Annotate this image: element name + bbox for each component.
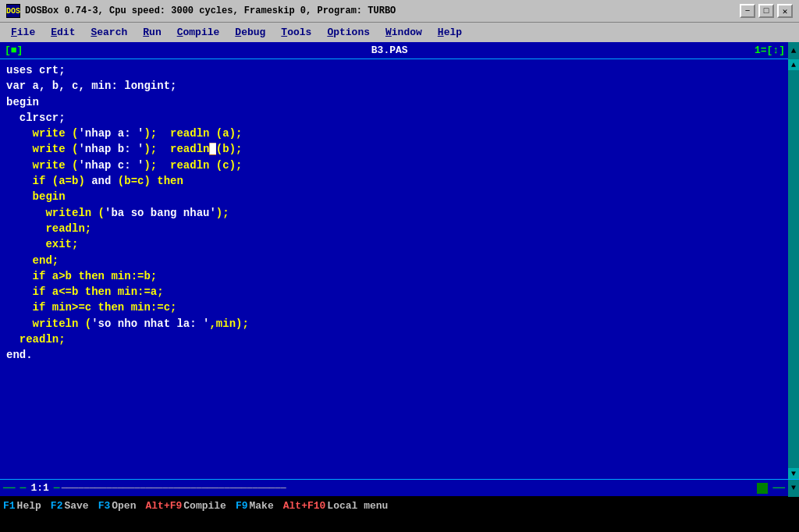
scrollbar-down-arrow[interactable]: ▼ bbox=[788, 468, 799, 479]
code-line-7: write ('nhap c: '); readln (c); bbox=[6, 159, 242, 172]
dosbox-icon: DOS bbox=[6, 4, 20, 18]
function-key-bar: F1 Help F2 Save F3 Open Alt+F9 Compile F… bbox=[0, 496, 799, 515]
fkey-altf10[interactable]: Alt+F10 Local menu bbox=[283, 500, 389, 512]
code-line-17: writeln ('so nho nhat la: ',min); bbox=[6, 317, 249, 330]
menu-compile[interactable]: Compile bbox=[169, 25, 228, 40]
fkey-f1[interactable]: F1 Help bbox=[3, 500, 41, 512]
fkey-f2[interactable]: F2 Save bbox=[51, 500, 89, 512]
titlebar-left: DOS DOSBox 0.74-3, Cpu speed: 3000 cycle… bbox=[6, 4, 396, 18]
statusbar-hscroll-track: ──────────────────────────────────────── bbox=[62, 483, 758, 494]
menu-window[interactable]: Window bbox=[378, 25, 430, 40]
hscroll-line: ──────────────────────────────────────── bbox=[62, 483, 286, 494]
menu-help[interactable]: Help bbox=[430, 25, 470, 40]
titlebar-controls: − □ ✕ bbox=[740, 4, 793, 18]
restore-button[interactable]: □ bbox=[758, 4, 774, 18]
titlebar-title: DOSBox 0.74-3, Cpu speed: 3000 cycles, F… bbox=[25, 5, 396, 16]
code-line-3: begin bbox=[6, 96, 39, 108]
code-line-2: var a, b, c, min: longint; bbox=[6, 80, 176, 92]
scrollbar-right-bottom-status[interactable]: ▼ bbox=[788, 480, 799, 497]
statusbar-position: 1:1 bbox=[27, 482, 51, 494]
menu-debug[interactable]: Debug bbox=[227, 25, 273, 40]
code-line-1: uses crt; bbox=[6, 64, 66, 76]
statusbar-line-left: ── bbox=[0, 482, 19, 494]
minimize-button[interactable]: − bbox=[740, 4, 755, 18]
fkey-f3[interactable]: F3 Open bbox=[98, 500, 137, 512]
statusbar: ── ─ 1:1 ─ ─────────────────────────────… bbox=[0, 479, 799, 496]
menu-file[interactable]: File bbox=[3, 25, 43, 40]
code-line-16: if min>=c then min:=c; bbox=[6, 301, 176, 314]
menu-tools[interactable]: Tools bbox=[273, 25, 319, 40]
scrollbar-up-button[interactable]: ▲ bbox=[788, 42, 799, 59]
statusbar-separator-left: ─ bbox=[19, 482, 28, 494]
menu-options[interactable]: Options bbox=[319, 25, 378, 40]
editor-wrapper: [■] B3.PAS 1=[↕] ▲ uses crt; var a, b, c… bbox=[0, 42, 799, 496]
code-editor[interactable]: uses crt; var a, b, c, min: longint; beg… bbox=[0, 59, 788, 479]
editor-filename: B3.PAS bbox=[27, 44, 751, 56]
code-line-9: begin bbox=[6, 190, 66, 203]
code-line-19: end. bbox=[6, 349, 33, 361]
code-line-5: write ('nhap a: '); readln (a); bbox=[6, 127, 242, 140]
code-line-8: if (a=b) and (b=c) then bbox=[6, 175, 183, 187]
code-line-11: readln; bbox=[6, 222, 91, 235]
menu-run[interactable]: Run bbox=[135, 25, 169, 40]
code-line-10: writeln ('ba so bang nhau'); bbox=[6, 207, 229, 219]
close-button[interactable]: ✕ bbox=[777, 4, 793, 18]
hscroll-thumb[interactable] bbox=[757, 483, 768, 494]
code-line-12: exit; bbox=[6, 238, 78, 250]
statusbar-separator-right: ─ bbox=[52, 482, 62, 494]
code-line-18: readln; bbox=[6, 333, 66, 346]
code-line-6: write ('nhap b: '); readln█(b); bbox=[6, 143, 242, 155]
scrollbar-up-arrow[interactable]: ▲ bbox=[788, 59, 799, 70]
fkey-f9[interactable]: F9 Make bbox=[236, 500, 274, 512]
menu-search[interactable]: Search bbox=[83, 25, 135, 40]
titlebar: DOS DOSBox 0.74-3, Cpu speed: 3000 cycle… bbox=[0, 0, 799, 22]
fkey-altf9[interactable]: Alt+F9 Compile bbox=[145, 500, 225, 512]
code-line-14: if a>b then min:=b; bbox=[6, 270, 157, 282]
code-line-13: end; bbox=[6, 254, 59, 267]
editor-window-icon: [■] bbox=[0, 44, 27, 56]
menubar: File Edit Search Run Compile Debug Tools… bbox=[0, 22, 799, 42]
code-line-15: if a<=b then min:=a; bbox=[6, 286, 164, 298]
editor-topbar-right: 1=[↕] bbox=[751, 44, 788, 56]
scrollbar-right[interactable]: ▲ ▼ bbox=[788, 59, 799, 479]
code-area[interactable]: uses crt; var a, b, c, min: longint; beg… bbox=[0, 59, 799, 479]
code-line-4: clrscr; bbox=[6, 112, 66, 124]
menu-edit[interactable]: Edit bbox=[43, 25, 83, 40]
statusbar-right-line: ── bbox=[769, 482, 788, 494]
editor-topbar: [■] B3.PAS 1=[↕] ▲ bbox=[0, 42, 799, 59]
